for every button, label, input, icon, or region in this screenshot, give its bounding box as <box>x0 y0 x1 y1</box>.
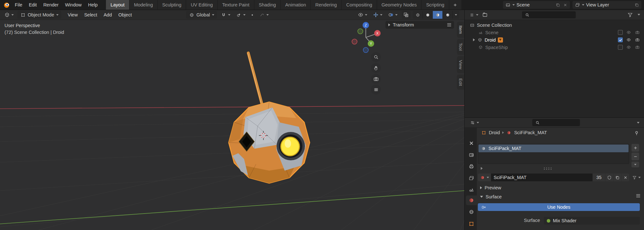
slot-specials-button[interactable] <box>631 162 639 167</box>
camera-icon[interactable] <box>634 30 640 35</box>
unlink-scene-icon[interactable] <box>562 2 568 8</box>
workspace-tab-geometry-nodes[interactable]: Geometry Nodes <box>377 0 422 10</box>
workspace-tab-rendering[interactable]: Rendering <box>311 0 342 10</box>
users-count-button[interactable]: 35 <box>593 174 605 181</box>
workspace-tab-scripting[interactable]: Scripting <box>421 0 449 10</box>
eye-icon[interactable] <box>626 30 631 35</box>
perspective-toggle-button[interactable] <box>371 85 381 95</box>
menu-render[interactable]: Render <box>40 1 62 9</box>
tab-render[interactable] <box>466 150 477 160</box>
workspace-tab-compositing[interactable]: Compositing <box>342 0 377 10</box>
viewport-canvas[interactable] <box>0 10 464 230</box>
add-workspace-button[interactable] <box>449 0 461 10</box>
falloff-dropdown[interactable] <box>258 11 270 19</box>
gizmos-dropdown[interactable] <box>371 11 384 19</box>
viewport-3d[interactable]: Object Mode View Select Add Object Globa… <box>0 10 464 230</box>
workspace-tab-uv-editing[interactable]: UV Editing <box>186 0 218 10</box>
selectability-checkbox[interactable] <box>618 37 623 42</box>
material-slot-item[interactable]: SciFiPack_MAT <box>478 145 629 152</box>
outliner-row-scene-collection[interactable]: Scene Collection <box>465 21 644 29</box>
outliner-row-droid[interactable]: Droid <box>465 36 644 44</box>
visibility-dropdown[interactable] <box>356 11 369 19</box>
new-material-button[interactable] <box>613 174 621 181</box>
filter-icon[interactable] <box>627 12 633 18</box>
camera-view-button[interactable] <box>371 74 381 84</box>
viewport-menu-object[interactable]: Object <box>115 11 135 19</box>
tab-scene[interactable] <box>466 185 477 195</box>
add-slot-button[interactable] <box>631 144 639 152</box>
camera-icon[interactable] <box>634 45 640 50</box>
material-slot-list[interactable]: SciFiPack_MAT <box>478 144 629 164</box>
properties-editor-type-button[interactable] <box>468 119 481 126</box>
viewport-menu-view[interactable]: View <box>64 11 81 19</box>
selectability-checkbox[interactable] <box>618 30 623 35</box>
camera-icon[interactable] <box>634 37 640 43</box>
transform-panel-header[interactable]: Transform <box>385 21 454 29</box>
material-name-field[interactable]: SciFiPack_MAT <box>491 174 592 181</box>
new-view-layer-icon[interactable] <box>634 2 639 8</box>
eye-icon[interactable] <box>626 45 631 50</box>
workspace-tab-layout[interactable]: Layout <box>106 0 129 10</box>
slot-list-resize[interactable] <box>481 166 629 171</box>
snapping-dropdown[interactable] <box>219 11 232 19</box>
use-nodes-button[interactable]: Use Nodes <box>478 203 640 211</box>
tab-output[interactable] <box>466 162 477 171</box>
zoom-button[interactable] <box>371 52 381 62</box>
workspace-tab-texture-paint[interactable]: Texture Paint <box>218 0 254 10</box>
tab-view-layer[interactable] <box>466 173 477 183</box>
shading-solid-button[interactable] <box>423 11 433 19</box>
blender-logo-icon[interactable] <box>3 1 10 9</box>
shading-options-button[interactable] <box>453 11 459 19</box>
drag-handle-icon[interactable] <box>636 194 640 197</box>
workspace-tab-modeling[interactable]: Modeling <box>129 0 158 10</box>
workspace-tab-sculpting[interactable]: Sculpting <box>158 0 186 10</box>
sidebar-tab-edit[interactable]: Edit <box>457 75 464 90</box>
view-layer-selector[interactable]: View Layer <box>573 1 641 9</box>
object-icon[interactable] <box>481 130 487 135</box>
orientation-dropdown[interactable]: Global <box>186 11 217 19</box>
viewport-menu-select[interactable]: Select <box>81 11 100 19</box>
tab-material[interactable] <box>466 195 477 205</box>
unlink-material-button[interactable] <box>621 174 629 181</box>
menu-edit[interactable]: Edit <box>25 1 40 9</box>
expand-caret-icon[interactable] <box>473 38 475 41</box>
outliner-row-spaceship[interactable]: SpaceShip <box>465 44 644 51</box>
sidebar-tab-view[interactable]: View <box>457 56 464 73</box>
pivot-point-dropdown[interactable] <box>234 11 247 19</box>
outliner-row-scene[interactable]: Scene <box>465 29 644 36</box>
breadcrumb-material[interactable]: SciFiPack_MAT <box>514 130 547 135</box>
material-icon[interactable] <box>506 130 512 135</box>
workspace-tab-animation[interactable]: Animation <box>281 0 311 10</box>
chevron-down-icon[interactable] <box>637 122 639 124</box>
drag-handle-icon[interactable] <box>447 23 451 26</box>
sidebar-tab-tool[interactable]: Tool <box>457 39 464 55</box>
scene-selector[interactable]: Scene <box>503 1 570 9</box>
shading-rendered-button[interactable] <box>443 11 453 19</box>
fake-user-button[interactable] <box>605 174 613 181</box>
proportional-editing-icon[interactable] <box>250 12 255 18</box>
xray-toggle[interactable] <box>402 11 411 19</box>
overlays-dropdown[interactable] <box>386 11 399 19</box>
eye-icon[interactable] <box>626 37 631 43</box>
viewport-menu-add[interactable]: Add <box>100 11 115 19</box>
editor-type-button[interactable] <box>3 11 15 19</box>
shading-material-button[interactable] <box>433 11 443 19</box>
panel-header-surface[interactable]: Surface <box>480 194 502 199</box>
tab-world[interactable] <box>466 207 477 217</box>
pan-button[interactable] <box>371 63 381 73</box>
menu-window[interactable]: Window <box>62 1 85 9</box>
pin-icon[interactable] <box>634 130 639 136</box>
browse-material-button[interactable] <box>478 174 491 181</box>
panel-header-preview[interactable]: Preview <box>480 185 501 190</box>
navigation-gizmo[interactable]: Z X Y <box>350 19 381 55</box>
tab-object[interactable] <box>466 219 477 229</box>
menu-file[interactable]: File <box>12 1 25 9</box>
outliner-filter-collection-icon[interactable] <box>482 12 488 18</box>
sidebar-tab-item[interactable]: Item <box>457 22 464 38</box>
tab-tool[interactable] <box>466 138 477 148</box>
material-filter-button[interactable] <box>631 174 641 181</box>
shading-wireframe-button[interactable] <box>413 11 423 19</box>
mode-dropdown[interactable]: Object Mode <box>17 11 61 19</box>
surface-shader-dropdown[interactable]: Mix Shader <box>544 217 640 225</box>
workspace-tab-shading[interactable]: Shading <box>254 0 281 10</box>
